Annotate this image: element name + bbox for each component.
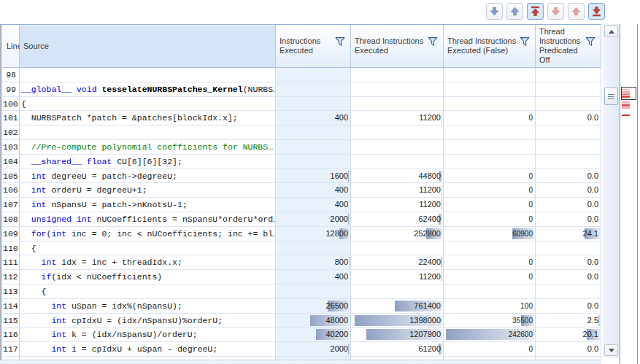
- arrow-up-icon: [571, 6, 582, 17]
- value-bar: [441, 257, 442, 268]
- hotspot-first-button[interactable]: [527, 3, 544, 20]
- source-code-cell: int k = (idx/nSpansU)/orderU;: [20, 328, 276, 342]
- column-header-instructions-executed[interactable]: Instructions Executed: [276, 25, 351, 68]
- thread-instructions-false-cell: 0: [444, 342, 536, 357]
- source-code-cell: __global__ void tesselateNURBSPatches_Ke…: [20, 82, 276, 97]
- instructions-executed-cell: 400: [276, 198, 351, 212]
- scroll-down-button[interactable]: [604, 344, 618, 356]
- table-row[interactable]: 113 {: [3, 284, 601, 299]
- value-bar: [348, 171, 350, 182]
- vertical-scrollbar[interactable]: [603, 24, 620, 357]
- instructions-executed-cell: [276, 82, 351, 97]
- instructions-executed-cell: 400: [276, 270, 351, 284]
- table-row[interactable]: 103 //Pre-compute polynomial coefficient…: [3, 140, 601, 155]
- line-number-cell: 110: [3, 241, 20, 256]
- hotspot-prev-button[interactable]: [568, 3, 585, 20]
- arrow-up-icon: [509, 6, 520, 17]
- hotspot-last-button[interactable]: [588, 3, 605, 20]
- instructions-executed-cell: 48000: [276, 314, 351, 328]
- filter-funnel-icon[interactable]: [520, 36, 530, 47]
- value-bar: [348, 344, 350, 355]
- column-header-thread-instructions-executed[interactable]: Thread Instructions Executed: [351, 25, 444, 68]
- instructions-executed-cell: [276, 155, 351, 169]
- instructions-executed-cell: 26500: [276, 299, 351, 314]
- table-row[interactable]: 100 {: [3, 97, 601, 112]
- thread-instructions-predicated-cell: [536, 241, 601, 256]
- instructions-executed-cell: [276, 284, 351, 299]
- hotspot-mark: [622, 107, 630, 109]
- filter-funnel-icon[interactable]: [335, 36, 345, 47]
- thread-instructions-executed-cell: 11200: [351, 111, 444, 125]
- hotspot-next-button[interactable]: [547, 3, 564, 20]
- table-row[interactable]: 111 int idx = inc + threadIdx.x; 800 224…: [3, 255, 601, 270]
- hotspot-mark: [622, 115, 630, 116]
- hotspot-navigation-toolbar: [486, 3, 605, 20]
- table-row[interactable]: 106 int orderU = degreeU+1; 400 11200 0 …: [3, 183, 601, 198]
- triangle-down-icon: [609, 349, 614, 352]
- instructions-executed-cell: [276, 140, 351, 155]
- column-header-label: Source: [23, 42, 49, 51]
- hotspot-mark: [622, 96, 630, 98]
- thread-instructions-executed-cell: [351, 140, 444, 155]
- arrow-down-icon: [550, 6, 561, 17]
- thread-instructions-predicated-cell: 0.0: [536, 198, 601, 212]
- instructions-executed-cell: 2000: [276, 212, 351, 227]
- table-row[interactable]: 101 NURBSPatch *patch = &patches[blockId…: [3, 111, 601, 125]
- table-row[interactable]: 110 {: [3, 241, 601, 256]
- thread-instructions-executed-cell: 44800: [351, 169, 444, 184]
- hotspot-mark: [622, 104, 630, 107]
- table-row[interactable]: 115 int cpIdxU = (idx/nSpansU)%orderU; 4…: [3, 314, 601, 328]
- thread-instructions-false-cell: 35500: [444, 314, 536, 328]
- filter-funnel-icon[interactable]: [585, 36, 595, 47]
- thread-instructions-executed-cell: [351, 125, 444, 140]
- table-row[interactable]: 104 __shared__ float CU[6][6][32];: [3, 155, 601, 169]
- thread-instructions-false-cell: [444, 284, 536, 299]
- table-row[interactable]: 112 if(idx < nUCoefficients) 400 11200 0…: [3, 270, 601, 284]
- thread-instructions-predicated-cell: [536, 68, 601, 82]
- scroll-up-button[interactable]: [604, 26, 618, 37]
- source-code-cell: unsigned int nUCoefficients = nSpansU*or…: [20, 212, 276, 227]
- nav-down-button[interactable]: [486, 3, 503, 20]
- thread-instructions-false-cell: [444, 140, 536, 155]
- thread-instructions-false-cell: 0: [444, 198, 536, 212]
- instructions-executed-cell: [276, 68, 351, 82]
- column-header-thread-instructions-executed-false[interactable]: Thread Instructions Executed (False): [444, 25, 536, 68]
- triangle-up-icon: [609, 30, 614, 34]
- thread-instructions-false-cell: 60900: [444, 227, 536, 241]
- thread-instructions-predicated-cell: [536, 155, 601, 169]
- table-row[interactable]: 109 for(int inc = 0; inc < nUCoefficient…: [3, 227, 601, 241]
- column-header-thread-instructions-predicated-off[interactable]: Thread Instructions Predicated Off: [536, 25, 601, 68]
- thread-instructions-predicated-cell: 0.0: [536, 342, 601, 357]
- table-row[interactable]: 105 int degreeU = patch->degreeU; 1600 4…: [3, 169, 601, 184]
- instructions-executed-cell: [276, 97, 351, 112]
- table-row[interactable]: 98: [3, 68, 601, 82]
- filter-funnel-icon[interactable]: [428, 36, 438, 47]
- table-row[interactable]: 108 unsigned int nUCoefficients = nSpans…: [3, 212, 601, 227]
- column-header-source[interactable]: Source: [20, 25, 276, 68]
- instructions-executed-cell: 400: [276, 111, 351, 125]
- scrollbar-thumb[interactable]: [604, 88, 618, 105]
- table-row[interactable]: 99 __global__ void tesselateNURBSPatches…: [3, 82, 601, 97]
- column-header-label: Thread Instructions Executed: [355, 36, 431, 55]
- thread-instructions-predicated-cell: 20.1: [536, 328, 601, 342]
- line-number-cell: 108: [3, 212, 20, 227]
- table-row[interactable]: 116 int k = (idx/nSpansU)/orderU; 40200 …: [3, 328, 601, 342]
- thread-instructions-predicated-cell: 0.0: [536, 212, 601, 227]
- column-header-line[interactable]: Line: [3, 25, 20, 68]
- line-number-cell: 105: [3, 169, 20, 184]
- table-row[interactable]: 107 int nSpansU = patch->nKnotsU-1; 400 …: [3, 198, 601, 212]
- line-number-cell: 106: [3, 183, 20, 198]
- thread-instructions-false-cell: 0: [444, 270, 536, 284]
- value-bar: [348, 214, 350, 225]
- thread-instructions-predicated-cell: 0.0: [536, 270, 601, 284]
- hotspot-mark: [622, 91, 630, 93]
- table-row[interactable]: 117 int i = cpIdxU + uSpan - degreeU; 20…: [3, 342, 601, 357]
- source-code-cell: [20, 125, 276, 140]
- table-row[interactable]: 114 int uSpan = idx%(nSpansU); 26500 761…: [3, 299, 601, 314]
- thread-instructions-predicated-cell: 0.0: [536, 299, 601, 314]
- nav-up-button[interactable]: [506, 3, 523, 20]
- source-code-cell: int idx = inc + threadIdx.x;: [20, 255, 276, 270]
- table-row[interactable]: 102: [3, 125, 601, 140]
- thread-instructions-predicated-cell: 24.1: [536, 227, 601, 241]
- horizontal-scrollbar[interactable]: [0, 360, 601, 364]
